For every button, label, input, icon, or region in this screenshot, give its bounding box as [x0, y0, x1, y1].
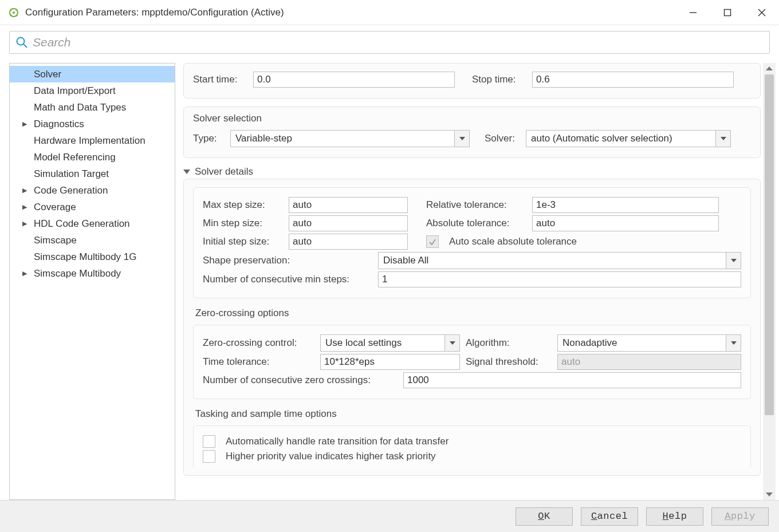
higher-priority-checkbox[interactable]	[203, 450, 215, 463]
init-step-input[interactable]	[289, 234, 408, 250]
init-step-label: Initial step size:	[203, 236, 283, 247]
footer: OK Cancel Help Apply	[0, 500, 779, 532]
solver-label: Solver:	[485, 133, 520, 144]
solver-details-collapser[interactable]: Solver details	[183, 166, 761, 178]
zc-time-tol-input[interactable]	[320, 354, 460, 370]
auto-scale-checkbox[interactable]	[426, 235, 439, 248]
zc-control-label: Zero-crossing control:	[203, 337, 314, 349]
rel-tol-label: Relative tolerance:	[426, 199, 526, 211]
inner-zero-crossing: Zero-crossing control: Use local setting…	[193, 325, 751, 399]
chevron-down-icon	[726, 253, 741, 269]
app-icon	[8, 7, 19, 18]
svg-point-2	[15, 9, 17, 10]
panel-simulation-time: Start time: Stop time:	[183, 63, 761, 98]
search-icon	[15, 36, 28, 49]
caret-right-icon: ▶	[22, 270, 33, 277]
sidebar-item-simscape-multibody[interactable]: ▶ Simscape Multibody	[10, 265, 175, 282]
search-input[interactable]	[33, 34, 764, 50]
svg-line-11	[23, 44, 27, 48]
search-box[interactable]	[9, 31, 770, 54]
svg-marker-15	[450, 341, 455, 345]
minimize-button[interactable]	[676, 0, 710, 25]
sidebar: Solver Data Import/Export Math and Data …	[9, 63, 175, 500]
caret-right-icon: ▶	[22, 220, 33, 227]
panel-solver-details: Max step size: Relative tolerance: Min s…	[183, 179, 761, 476]
svg-point-1	[13, 11, 15, 14]
zc-algo-label: Algorithm:	[466, 337, 552, 349]
zc-consec-label: Number of consecutive zero crossings:	[203, 375, 398, 386]
svg-point-5	[15, 14, 17, 16]
chevron-down-icon	[444, 335, 459, 351]
sidebar-item-diagnostics[interactable]: ▶ Diagnostics	[10, 116, 175, 132]
start-time-input[interactable]	[253, 72, 455, 88]
sidebar-item-model-referencing[interactable]: Model Referencing	[10, 149, 175, 165]
auto-rate-transition-label: Automatically handle rate transition for…	[226, 436, 448, 447]
auto-rate-transition-checkbox[interactable]	[203, 435, 215, 448]
tasking-title: Tasking and sample time options	[195, 408, 751, 420]
panel-solver-selection: Solver selection Type: Variable-step Sol…	[183, 107, 761, 158]
stop-time-input[interactable]	[532, 72, 734, 88]
sidebar-item-hdl-code-generation[interactable]: ▶ HDL Code Generation	[10, 215, 175, 232]
auto-scale-label: Auto scale absolute tolerance	[449, 236, 577, 247]
type-dropdown[interactable]: Variable-step	[230, 130, 470, 147]
caret-right-icon: ▶	[22, 203, 33, 211]
svg-marker-13	[721, 137, 726, 140]
scrollbar-thumb[interactable]	[765, 74, 774, 415]
higher-priority-label: Higher priority value indicates higher t…	[226, 451, 436, 462]
ok-label-rest: K	[544, 511, 550, 522]
rel-tol-input[interactable]	[532, 197, 719, 213]
zc-sig-thresh-input	[557, 354, 741, 370]
shape-label: Shape preservation:	[203, 255, 372, 266]
sidebar-item-simulation-target[interactable]: Simulation Target	[10, 165, 175, 182]
sidebar-item-code-generation[interactable]: ▶ Code Generation	[10, 182, 175, 199]
vertical-scrollbar[interactable]	[763, 63, 776, 500]
shape-dropdown[interactable]: Disable All	[378, 252, 741, 269]
titlebar: Configuration Parameters: mpptdemo/Confi…	[0, 0, 779, 25]
maximize-button[interactable]	[710, 0, 745, 25]
sidebar-item-simscape-multibody-1g[interactable]: Simscape Multibody 1G	[10, 249, 175, 265]
search-row	[0, 25, 779, 58]
ok-button[interactable]: OK	[516, 507, 573, 526]
apply-button[interactable]: Apply	[711, 507, 769, 526]
min-steps-label: Number of consecutive min steps:	[203, 274, 372, 285]
svg-marker-14	[731, 259, 737, 262]
zc-control-dropdown[interactable]: Use local settings	[320, 334, 460, 352]
zc-algo-dropdown[interactable]: Nonadaptive	[557, 334, 741, 352]
abs-tol-input[interactable]	[532, 215, 719, 231]
svg-point-3	[10, 9, 11, 10]
help-button[interactable]: Help	[646, 507, 703, 526]
svg-rect-7	[725, 9, 731, 15]
content-pane: Start time: Stop time: Solver selection …	[183, 63, 763, 500]
svg-point-10	[17, 38, 25, 45]
sidebar-item-solver[interactable]: Solver	[10, 66, 175, 82]
max-step-input[interactable]	[289, 197, 408, 213]
solver-dropdown[interactable]: auto (Automatic solver selection)	[526, 130, 731, 147]
svg-marker-16	[731, 341, 737, 345]
chevron-down-icon	[454, 131, 469, 147]
close-button[interactable]	[745, 0, 779, 25]
zc-sig-thresh-label: Signal threshold:	[466, 356, 552, 368]
caret-right-icon: ▶	[22, 187, 33, 194]
sidebar-item-data-import-export[interactable]: Data Import/Export	[10, 82, 175, 99]
stop-time-label: Stop time:	[472, 74, 526, 85]
min-step-input[interactable]	[289, 215, 408, 231]
sidebar-item-simscape[interactable]: Simscape	[10, 232, 175, 249]
zc-consec-input[interactable]	[403, 372, 741, 388]
sidebar-item-coverage[interactable]: ▶ Coverage	[10, 199, 175, 215]
max-step-label: Max step size:	[203, 199, 283, 211]
abs-tol-label: Absolute tolerance:	[426, 218, 526, 229]
window-title: Configuration Parameters: mpptdemo/Confi…	[25, 7, 284, 18]
caret-down-icon	[183, 170, 190, 174]
zero-crossing-title: Zero-crossing options	[195, 308, 751, 319]
sidebar-item-math-and-data-types[interactable]: Math and Data Types	[10, 99, 175, 116]
zc-time-tol-label: Time tolerance:	[203, 356, 314, 368]
solver-selection-title: Solver selection	[193, 113, 751, 124]
caret-right-icon: ▶	[22, 120, 33, 128]
min-step-label: Min step size:	[203, 218, 283, 229]
cancel-button[interactable]: Cancel	[581, 507, 638, 526]
type-label: Type:	[193, 133, 225, 144]
min-steps-input[interactable]	[378, 271, 741, 287]
sidebar-item-hardware-implementation[interactable]: Hardware Implementation	[10, 132, 175, 149]
inner-tasking: Automatically handle rate transition for…	[193, 425, 751, 467]
svg-point-4	[10, 14, 11, 16]
